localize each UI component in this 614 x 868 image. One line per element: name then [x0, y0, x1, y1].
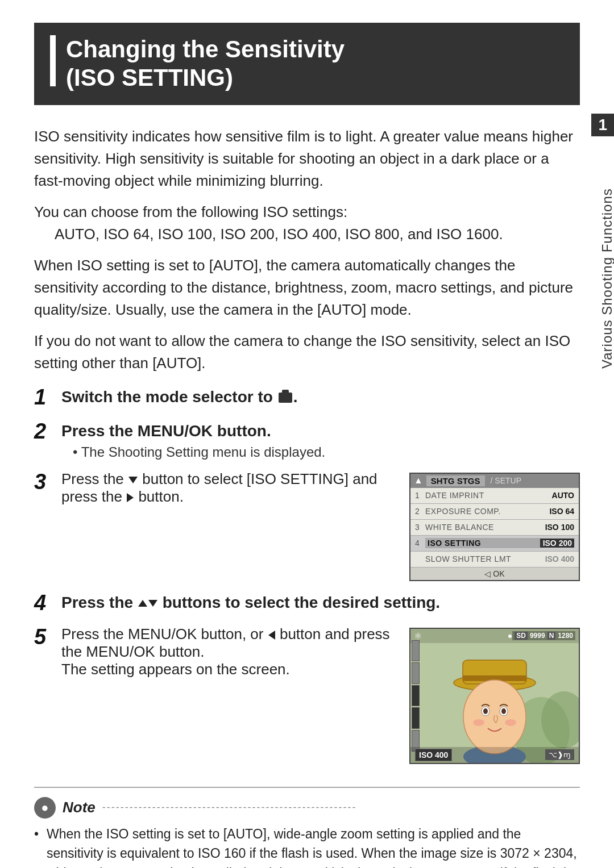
note-section: ● Note ---------------------------------…: [34, 787, 580, 868]
cam-row-slow: SLOW SHUTTER LMT ISO 400: [410, 552, 579, 567]
step-2-title: Press the MENU/OK button.: [61, 420, 580, 442]
title-bar-decoration: [50, 35, 56, 86]
cam-row-1: 1 DATE IMPRINT AUTO: [410, 488, 579, 504]
up-arrow-icon: [138, 600, 147, 607]
step-1-title: Switch the mode selector to .: [61, 386, 580, 408]
note-dashes: ----------------------------------------…: [102, 802, 357, 813]
step-5-row: 5 Press the MENU/OK button, or button an…: [34, 625, 580, 764]
cam-row-3: 3 WHITE BALANCE ISO 100: [410, 520, 579, 536]
cam-tab-setup: / SETUP: [491, 476, 521, 485]
intro-paragraph-1: ISO sensitivity indicates how sensitive …: [34, 126, 580, 192]
step-4: 4 Press the buttons to select the desire…: [34, 591, 580, 615]
step-3-title: Press the button to select [ISO SETTING]…: [61, 470, 396, 506]
intro-paragraph-3: When ISO setting is set to [AUTO], the c…: [34, 254, 580, 321]
side-label: Various Shooting Functions: [596, 159, 614, 398]
step-5-left: Press the MENU/OK button, or button and …: [61, 625, 396, 678]
preview-bottom-bar: ISO 400 ⌥❱ɱ: [410, 747, 579, 763]
intro-paragraph-4: If you do not want to allow the camera t…: [34, 330, 580, 374]
intro-paragraph-2: You can choose from the following ISO se…: [34, 201, 580, 245]
page-container: 1 Various Shooting Functions Changing th…: [0, 0, 614, 868]
step-2-number: 2: [34, 420, 61, 444]
svg-point-11: [501, 708, 506, 714]
side-number-badge: 1: [591, 114, 614, 136]
step-3-number: 3: [34, 470, 61, 494]
left-arrow-icon: [268, 631, 275, 640]
cam-menu-footer: ◁ OK: [410, 567, 579, 580]
svg-point-9: [483, 708, 488, 714]
step-4-title: Press the buttons to select the desired …: [61, 591, 580, 614]
step-1: 1 Switch the mode selector to .: [34, 386, 580, 410]
preview-face-illustration: [410, 629, 580, 764]
page-header: Changing the Sensitivity (ISO SETTING): [34, 23, 580, 105]
note-header: ● Note ---------------------------------…: [34, 797, 580, 819]
note-title: Note: [63, 799, 96, 816]
step-5-title: Press the MENU/OK button, or button and …: [61, 625, 396, 661]
step-2: 2 Press the MENU/OK button. The Shooting…: [34, 420, 580, 460]
step-1-number: 1: [34, 386, 61, 410]
note-body: • When the ISO setting is set to [AUTO],…: [34, 824, 580, 868]
cam-row-2: 2 EXPOSURE COMP. ISO 64: [410, 504, 579, 520]
step-5-sub: The setting appears on the screen.: [61, 661, 396, 678]
cam-tab-shtg: SHTG STGS: [426, 475, 485, 486]
step-3-left: Press the button to select [ISO SETTING]…: [61, 470, 396, 506]
note-item-1: • When the ISO setting is set to [AUTO],…: [34, 824, 580, 868]
step-4-number: 4: [34, 591, 61, 615]
down-arrow-icon: [128, 477, 138, 483]
step-1-content: Switch the mode selector to .: [61, 386, 580, 408]
cam-row-4-active: 4 ISO SETTING ISO 200: [410, 536, 579, 552]
step-3-screen: ▲ SHTG STGS / SETUP 1 DATE IMPRINT AUTO …: [409, 473, 580, 581]
svg-point-12: [473, 719, 484, 726]
steps-section: 1 Switch the mode selector to . 2 Press …: [34, 386, 580, 764]
camera-menu-screen: ▲ SHTG STGS / SETUP 1 DATE IMPRINT AUTO …: [409, 473, 580, 581]
cam-menu-camera-icon: ▲: [414, 475, 423, 486]
cam-menu-header: ▲ SHTG STGS / SETUP: [410, 474, 579, 488]
right-arrow-icon: [127, 493, 134, 502]
page-title: Changing the Sensitivity (ISO SETTING): [66, 35, 345, 93]
step-5-number: 5: [34, 625, 61, 649]
down-arrow-icon-2: [148, 600, 157, 607]
preview-extra-badge: ⌥❱ɱ: [545, 749, 574, 760]
step-2-sub: The Shooting Setting menu is displayed.: [73, 444, 580, 460]
step-2-content: Press the MENU/OK button. The Shooting S…: [61, 420, 580, 460]
camera-preview-screen: ⚛ ● SD 9999 N 1280: [409, 628, 580, 764]
step-3-row: 3 Press the button to select [ISO SETTIN…: [34, 470, 580, 581]
iso-badge: ISO 400: [415, 749, 452, 761]
svg-point-13: [505, 719, 516, 726]
camera-icon: [279, 393, 292, 403]
step-4-content: Press the buttons to select the desired …: [61, 591, 580, 614]
step-5-preview: ⚛ ● SD 9999 N 1280: [409, 628, 580, 764]
note-icon: ●: [34, 797, 56, 819]
